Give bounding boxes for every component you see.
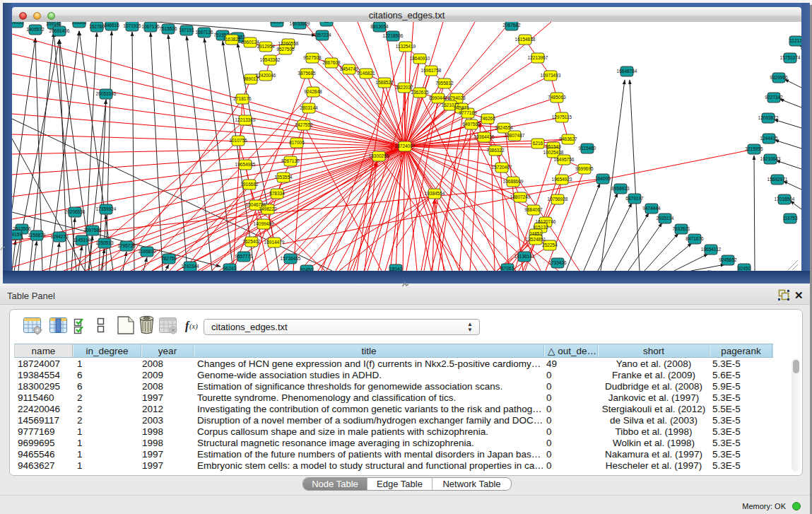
svg-text:9242848: 9242848 <box>304 89 322 94</box>
svg-text:8813054: 8813054 <box>370 24 389 29</box>
svg-text:8267130: 8267130 <box>281 158 300 163</box>
svg-text:16120746: 16120746 <box>536 219 556 224</box>
svg-text:6497568: 6497568 <box>462 122 481 127</box>
svg-text:15716485: 15716485 <box>281 256 301 261</box>
svg-text:951549: 951549 <box>546 144 561 149</box>
svg-text:252254: 252254 <box>542 243 558 247</box>
svg-text:152760: 152760 <box>89 24 105 29</box>
svg-text:10973493: 10973493 <box>541 73 561 78</box>
svg-text:9527508: 9527508 <box>303 55 322 60</box>
svg-text:1362615: 1362615 <box>411 90 429 95</box>
svg-text:1156829: 1156829 <box>28 233 46 238</box>
svg-text:16914479: 16914479 <box>264 240 285 245</box>
svg-text:7357224: 7357224 <box>313 33 331 37</box>
svg-text:17359924: 17359924 <box>96 206 117 211</box>
svg-text:9115460: 9115460 <box>579 146 596 151</box>
svg-text:18807249: 18807249 <box>510 194 531 199</box>
svg-text:746266: 746266 <box>480 116 495 121</box>
svg-text:19384554: 19384554 <box>425 191 445 196</box>
svg-text:3822037: 3822037 <box>395 85 413 90</box>
svg-text:12213369: 12213369 <box>235 117 256 122</box>
svg-text:8471676: 8471676 <box>686 236 704 241</box>
svg-text:2935114: 2935114 <box>657 216 674 221</box>
svg-text:18300295: 18300295 <box>369 153 389 158</box>
svg-text:2087682: 2087682 <box>502 23 521 28</box>
svg-text:14055: 14055 <box>12 22 23 25</box>
svg-text:16154838: 16154838 <box>515 37 536 42</box>
svg-text:3097586: 3097586 <box>83 228 102 233</box>
svg-text:12260558: 12260558 <box>278 41 299 46</box>
svg-text:945871: 945871 <box>454 105 469 110</box>
svg-text:10543362: 10543362 <box>260 57 281 62</box>
svg-text:39159: 39159 <box>12 232 22 237</box>
svg-text:16495756: 16495756 <box>554 157 575 162</box>
svg-text:20364436: 20364436 <box>474 134 495 139</box>
svg-text:846616: 846616 <box>104 23 119 28</box>
svg-text:87063: 87063 <box>501 266 514 271</box>
svg-text:88130: 88130 <box>271 22 283 24</box>
svg-text:3215955: 3215955 <box>745 146 763 151</box>
svg-text:2867608: 2867608 <box>322 60 341 65</box>
svg-text:11212: 11212 <box>789 38 801 43</box>
svg-text:12975115: 12975115 <box>552 115 572 119</box>
svg-text:7386322: 7386322 <box>486 148 505 153</box>
svg-text:18640910: 18640910 <box>410 56 430 61</box>
svg-text:3875685: 3875685 <box>298 71 316 76</box>
svg-text:24851: 24851 <box>529 231 542 236</box>
svg-text:7485063: 7485063 <box>548 95 566 100</box>
svg-text:782759: 782759 <box>161 256 177 261</box>
svg-text:1733426: 1733426 <box>548 260 567 265</box>
svg-text:9146821: 9146821 <box>357 71 375 76</box>
svg-text:17016504: 17016504 <box>775 197 795 201</box>
svg-text:10688609: 10688609 <box>503 179 524 184</box>
svg-text:9463627: 9463627 <box>559 136 577 141</box>
svg-text:12093872: 12093872 <box>758 115 779 120</box>
svg-text:12213967: 12213967 <box>528 55 548 60</box>
svg-text:1667136: 1667136 <box>195 30 213 35</box>
svg-text:9699695: 9699695 <box>575 166 594 171</box>
svg-text:105532: 105532 <box>71 22 87 25</box>
svg-text:13524851: 13524851 <box>526 237 546 242</box>
svg-text:1795725: 1795725 <box>117 243 136 248</box>
svg-text:1353554: 1353554 <box>274 175 293 180</box>
svg-text:16648784: 16648784 <box>617 69 637 74</box>
svg-text:18040: 18040 <box>389 267 402 271</box>
svg-text:3824554: 3824554 <box>495 125 513 130</box>
svg-text:3912954: 3912954 <box>257 44 275 49</box>
svg-text:1427552: 1427552 <box>295 122 313 127</box>
svg-text:9884067: 9884067 <box>524 207 543 212</box>
svg-text:8990448: 8990448 <box>429 95 447 100</box>
svg-text:1292344: 1292344 <box>181 264 199 269</box>
svg-text:16033809: 16033809 <box>290 22 310 26</box>
svg-text:15692971: 15692971 <box>767 177 788 182</box>
svg-text:(x): (x) <box>189 322 198 331</box>
svg-text:7625402: 7625402 <box>242 239 261 244</box>
svg-text:14099489: 14099489 <box>254 221 274 226</box>
svg-text:92450: 92450 <box>300 267 313 271</box>
svg-text:20691406: 20691406 <box>49 28 70 33</box>
svg-text:1916682: 1916682 <box>240 182 259 187</box>
svg-text:15720407: 15720407 <box>492 165 512 170</box>
svg-text:1294273: 1294273 <box>50 234 69 239</box>
svg-text:9657771: 9657771 <box>235 254 253 259</box>
svg-text:2803144: 2803144 <box>300 105 318 110</box>
svg-text:107191: 107191 <box>179 28 194 33</box>
svg-text:10756928: 10756928 <box>548 197 568 201</box>
svg-text:989012: 989012 <box>243 76 259 81</box>
svg-text:7163822: 7163822 <box>223 37 241 42</box>
svg-text:817006: 817006 <box>289 140 305 145</box>
svg-text:9227342: 9227342 <box>765 95 783 100</box>
svg-text:6216: 6216 <box>533 141 543 146</box>
svg-text:9474444: 9474444 <box>642 206 661 211</box>
svg-text:209146: 209146 <box>46 22 61 26</box>
svg-text:14136141: 14136141 <box>514 254 535 259</box>
svg-text:9329966: 9329966 <box>770 75 788 80</box>
svg-text:2718176: 2718176 <box>233 96 252 101</box>
svg-text:19654985: 19654985 <box>235 162 256 167</box>
svg-text:915132: 915132 <box>533 225 548 230</box>
svg-text:1250513: 1250513 <box>95 240 114 245</box>
svg-text:878334: 878334 <box>269 191 285 196</box>
svg-text:1244415: 1244415 <box>760 136 778 141</box>
svg-text:20206536: 20206536 <box>65 209 86 214</box>
svg-text:19654923: 19654923 <box>552 177 572 182</box>
